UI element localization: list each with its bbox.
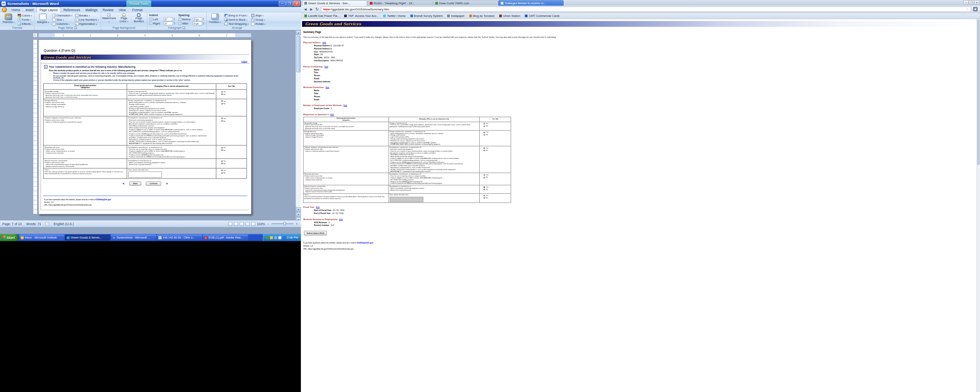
page-setup-dialog-launcher[interactable]: ◿: [74, 26, 77, 29]
radio-no[interactable]: [483, 197, 485, 199]
scroll-thumb[interactable]: [296, 36, 301, 72]
help-email-link[interactable]: GGSHelp@bls.gov: [357, 242, 374, 244]
describe-textarea[interactable]: [390, 197, 423, 202]
theme-colors-button[interactable]: Colors▾: [17, 13, 33, 18]
vertical-ruler[interactable]: [33, 39, 38, 214]
full-screen-view-button[interactable]: [234, 222, 238, 226]
scroll-up-arrow[interactable]: ▲: [296, 30, 301, 35]
line-numbers-button[interactable]: 1Line Numbers▾: [74, 18, 100, 22]
edit-person-link[interactable]: Edit: [325, 65, 328, 68]
browser-vertical-scrollbar[interactable]: [977, 19, 980, 392]
taskbar-item-citrix[interactable]: C 146.142.40.39 - Citrix o...: [157, 235, 202, 240]
tab-insert[interactable]: Insert: [23, 7, 36, 13]
radio-no[interactable]: [483, 126, 485, 127]
radio-no[interactable]: [483, 189, 485, 190]
restore-button[interactable]: ❐: [286, 1, 293, 6]
back-nav-button[interactable]: ◄: [303, 7, 307, 11]
columns-button[interactable]: Columns▾: [51, 22, 73, 26]
minimize-button[interactable]: ─: [279, 1, 286, 6]
close-button[interactable]: ✕: [293, 1, 300, 6]
spacing-after-input[interactable]: 0 pt: [193, 21, 202, 25]
bookmark-star-icon[interactable]: ☆: [966, 7, 969, 11]
reload-button[interactable]: ↻: [315, 7, 319, 11]
bring-to-front-button[interactable]: Bring to Front▾: [224, 13, 249, 18]
edit-physical-address-link[interactable]: Edit: [323, 41, 326, 44]
web-layout-view-button[interactable]: [240, 222, 244, 226]
indent-left-input[interactable]: 0": [164, 17, 173, 21]
taskbar-item-outlook[interactable]: ✉ Inbox - Microsoft Outlook: [19, 235, 64, 240]
edit-fiscal-link[interactable]: Edit: [316, 206, 320, 208]
submit-button[interactable]: Submit (data to BLS): [304, 231, 327, 235]
status-language[interactable]: English (U.S.): [54, 222, 74, 226]
radio-yes[interactable]: [483, 132, 485, 133]
volume-icon[interactable]: [278, 236, 281, 239]
scroll-down-arrow[interactable]: ▼: [296, 207, 301, 212]
tab-references[interactable]: References: [61, 7, 83, 13]
tab-view[interactable]: View: [116, 7, 128, 13]
browser-minimize-button[interactable]: ─: [964, 0, 969, 5]
radio-no[interactable]: [483, 150, 485, 151]
horizontal-ruler[interactable]: 1234567: [38, 33, 252, 38]
radio-no[interactable]: [483, 134, 485, 136]
document-page[interactable]: Question 4 (Form D): Green Goods and Ser…: [38, 39, 252, 214]
forward-nav-button[interactable]: ►: [309, 7, 314, 11]
outline-view-button[interactable]: [245, 222, 250, 226]
text-wrapping-button[interactable]: Text Wrapping▾: [224, 22, 249, 26]
radio-yes[interactable]: [221, 100, 223, 102]
page-color-button[interactable]: Page Color ▾: [117, 13, 131, 23]
radio-yes[interactable]: [221, 91, 223, 93]
logout-link[interactable]: Logout: [242, 60, 247, 62]
hyphenation-button[interactable]: a-Hyphenation▾: [74, 22, 100, 26]
radio-yes[interactable]: [483, 147, 485, 149]
tab-page-layout[interactable]: Page Layout: [36, 7, 61, 13]
radio-yes[interactable]: [483, 195, 485, 196]
radio-no[interactable]: [221, 149, 223, 151]
themes-button[interactable]: Aa Themes ▾: [1, 13, 16, 24]
taskbar-item-adobe[interactable]: A EOB (1).pdf - Adobe Rea...: [203, 235, 248, 240]
browser-tab-ggs[interactable]: Green Goods & Services - Sun...: [302, 0, 367, 6]
network-icon[interactable]: [274, 236, 277, 239]
tab-stop-selector[interactable]: L: [33, 33, 38, 38]
radio-yes[interactable]: [483, 123, 485, 124]
bookmark-blog[interactable]: Blog do Torcedor: [469, 14, 495, 18]
tab-mailings[interactable]: Mailings: [83, 7, 100, 13]
browser-close-button[interactable]: ✕: [974, 0, 979, 5]
draft-view-button[interactable]: [251, 222, 255, 226]
size-button[interactable]: Size▾: [51, 18, 73, 22]
continue-button[interactable]: Continue: [146, 181, 161, 186]
send-to-back-button[interactable]: Send to Back▾: [224, 18, 249, 22]
browser-tab-fark[interactable]: Drew Curtis' FARK.com: [433, 0, 498, 6]
edit-responses-link[interactable]: Edit: [330, 113, 334, 116]
zoom-slider-thumb[interactable]: [284, 222, 286, 225]
tab-review[interactable]: Review: [100, 7, 116, 13]
edit-production-link[interactable]: Edit: [326, 86, 329, 88]
browser-tab-news[interactable]: Tuskegee Airman to receive ro...: [498, 0, 564, 6]
bookmark-tsp[interactable]: TSP: Access Your Acc...: [344, 14, 379, 18]
clock[interactable]: 2:06 PM: [287, 236, 298, 239]
bookmark-citi[interactable]: Citi® Commercial Cards: [525, 14, 560, 18]
browser-scroll-thumb[interactable]: [977, 20, 980, 165]
zoom-out-button[interactable]: −: [266, 222, 270, 226]
spacing-after-spinner[interactable]: ▲▼: [203, 22, 204, 25]
taskbar-item-word[interactable]: W Screenshots - Microsoft ...: [111, 235, 156, 240]
security-icon[interactable]: [266, 236, 269, 239]
zoom-level[interactable]: 110%: [257, 222, 265, 226]
bookmark-brandt[interactable]: Brandt Survey System: [410, 14, 443, 18]
radio-no[interactable]: [221, 120, 223, 122]
spacing-before-spinner[interactable]: ▲▼: [203, 18, 204, 21]
group-button[interactable]: Group▾: [250, 18, 266, 22]
theme-effects-button[interactable]: Effects▾: [17, 22, 33, 26]
radio-yes[interactable]: [483, 174, 485, 176]
radio-no[interactable]: [483, 177, 485, 178]
align-button[interactable]: Align▾: [250, 13, 266, 18]
browser-maximize-button[interactable]: ❐: [969, 0, 974, 5]
radio-yes[interactable]: [221, 160, 223, 162]
radio-no[interactable]: [221, 172, 223, 174]
edit-employees-link[interactable]: Edit: [343, 104, 347, 106]
status-page[interactable]: Page: 7 of 13: [2, 222, 22, 226]
paragraph-dialog-launcher[interactable]: ◿: [183, 26, 185, 29]
breaks-button[interactable]: Breaks▾: [74, 13, 100, 18]
address-bar[interactable]: https://ggsdatat.bls.gov/GGS/showSummary…: [321, 7, 971, 12]
bookmark-union-station[interactable]: Union Station: [499, 14, 520, 18]
radio-yes[interactable]: [221, 118, 223, 119]
